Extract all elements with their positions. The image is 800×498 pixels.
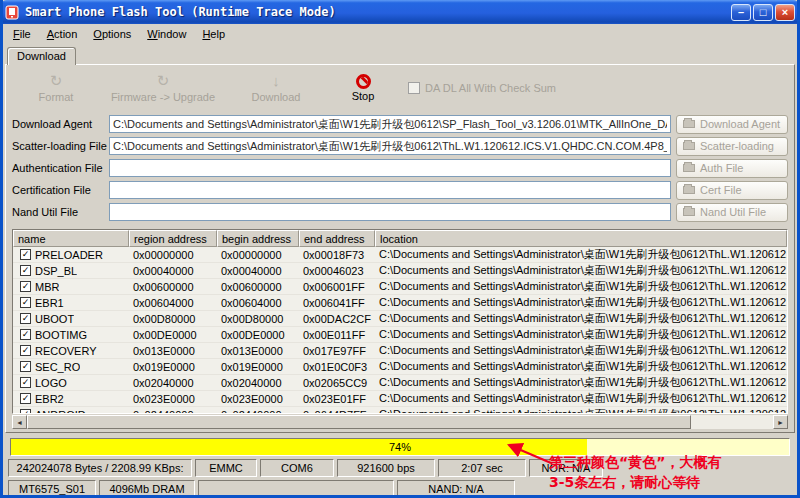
download-agent-label: Download Agent xyxy=(12,118,109,130)
download-tab-page: ↻ Format ↻ Firmware -> Upgrade ↓ Downloa… xyxy=(5,64,795,433)
table-row[interactable]: ✓LOGO0x020400000x020400000x02065CC9C:\Do… xyxy=(13,375,787,391)
cert-file-input[interactable] xyxy=(109,181,671,199)
status-storage: EMMC xyxy=(195,459,257,477)
minimize-button[interactable]: – xyxy=(731,4,751,21)
status-bytes: 242024078 Bytes / 2208.99 KBps: xyxy=(8,459,192,477)
partition-name: DSP_BL xyxy=(35,265,77,277)
location: C:\Documents and Settings\Administrator\… xyxy=(375,295,787,310)
column-header-location[interactable]: location xyxy=(375,230,787,247)
begin-address: 0x00604000 xyxy=(217,297,299,309)
table-row[interactable]: ✓MBR0x006000000x006000000x006001FFC:\Doc… xyxy=(13,279,787,295)
nand-util-file-row: Nand Util File Nand Util File xyxy=(12,201,788,223)
begin-address: 0x00040000 xyxy=(217,265,299,277)
folder-icon xyxy=(683,142,695,150)
scatter-file-browse-button[interactable]: Scatter-loading xyxy=(676,137,788,156)
row-checkbox[interactable]: ✓ xyxy=(20,345,31,356)
menu-item-window[interactable]: Window xyxy=(139,26,194,42)
row-checkbox[interactable]: ✓ xyxy=(20,249,31,260)
auth-file-label: Authentication File xyxy=(12,162,109,174)
titlebar: Smart Phone Flash Tool (Runtime Trace Mo… xyxy=(0,0,800,24)
row-checkbox[interactable]: ✓ xyxy=(20,297,31,308)
close-button[interactable]: × xyxy=(775,4,795,21)
scatter-file-label: Scatter-loading File xyxy=(12,140,109,152)
nand-util-file-input[interactable] xyxy=(109,203,671,221)
menu-item-file[interactable]: File xyxy=(5,26,39,42)
column-header-begin[interactable]: begin address xyxy=(217,230,299,247)
da-dl-checksum-checkbox[interactable] xyxy=(408,82,420,94)
location: C:\Documents and Settings\Administrator\… xyxy=(375,327,787,342)
row-checkbox[interactable]: ✓ xyxy=(20,361,31,372)
column-header-name[interactable]: name xyxy=(13,230,129,247)
menubar: FileActionOptionsWindowHelp xyxy=(3,24,797,44)
row-checkbox[interactable]: ✓ xyxy=(20,393,31,404)
end-address: 0x006041FF xyxy=(299,297,375,309)
partition-name: EBR1 xyxy=(35,297,64,309)
auth-file-input[interactable] xyxy=(109,159,671,177)
partition-table: name region address begin address end ad… xyxy=(12,229,788,414)
partition-name: UBOOT xyxy=(35,313,74,325)
region-address: 0x02440000 xyxy=(129,409,217,415)
download-button[interactable]: ↓ Download xyxy=(236,73,316,103)
scrollbar-track[interactable] xyxy=(27,415,773,429)
row-checkbox[interactable]: ✓ xyxy=(20,329,31,340)
location: C:\Documents and Settings\Administrator\… xyxy=(375,359,787,374)
table-row[interactable]: ✓SEC_RO0x019E00000x019E00000x01E0C0F3C:\… xyxy=(13,359,787,375)
stop-button[interactable]: Stop xyxy=(338,74,388,102)
begin-address: 0x02440000 xyxy=(217,409,299,415)
download-agent-browse-button[interactable]: Download Agent xyxy=(676,115,788,134)
app-window: Smart Phone Flash Tool (Runtime Trace Mo… xyxy=(0,0,800,498)
auth-file-browse-button[interactable]: Auth File xyxy=(676,159,788,178)
column-header-region[interactable]: region address xyxy=(129,230,217,247)
row-checkbox[interactable]: ✓ xyxy=(20,377,31,388)
cert-file-browse-button[interactable]: Cert File xyxy=(676,181,788,200)
nand-util-file-label: Nand Util File xyxy=(12,206,109,218)
end-address: 0x00E011FF xyxy=(299,329,375,341)
format-button[interactable]: ↻ Format xyxy=(16,73,96,103)
table-row[interactable]: ✓DSP_BL0x000400000x000400000x00046023C:\… xyxy=(13,263,787,279)
maximize-button[interactable]: □ xyxy=(753,4,773,21)
menu-item-options[interactable]: Options xyxy=(85,26,139,42)
row-checkbox[interactable]: ✓ xyxy=(20,313,31,324)
region-address: 0x00040000 xyxy=(129,265,217,277)
table-row[interactable]: ✓BOOTIMG0x00DE00000x00DE00000x00E011FFC:… xyxy=(13,327,787,343)
annotation-line2: 3-5条左右，请耐心等待 xyxy=(549,472,721,492)
app-icon xyxy=(5,5,20,20)
scroll-right-arrow-icon[interactable]: ► xyxy=(773,415,788,429)
nand-util-browse-button[interactable]: Nand Util File xyxy=(676,203,788,222)
download-agent-input[interactable] xyxy=(109,115,671,133)
location: C:\Documents and Settings\Administrator\… xyxy=(375,375,787,390)
row-checkbox[interactable]: ✓ xyxy=(20,409,31,414)
partition-name: EBR2 xyxy=(35,393,64,405)
partition-name: LOGO xyxy=(35,377,67,389)
partition-name: PRELOADER xyxy=(35,249,103,261)
horizontal-scrollbar[interactable]: ◄ ► xyxy=(12,415,788,429)
firmware-upgrade-button[interactable]: ↻ Firmware -> Upgrade xyxy=(108,73,218,103)
location: C:\Documents and Settings\Administrator\… xyxy=(375,279,787,294)
region-address: 0x019E0000 xyxy=(129,361,217,373)
begin-address: 0x02040000 xyxy=(217,377,299,389)
column-header-end[interactable]: end address xyxy=(299,230,375,247)
table-row[interactable]: ✓ANDROID0x024400000x024400000x0644D7FFC:… xyxy=(13,407,787,414)
end-address: 0x006001FF xyxy=(299,281,375,293)
row-checkbox[interactable]: ✓ xyxy=(20,265,31,276)
status-port: COM6 xyxy=(260,459,334,477)
scrollbar-thumb[interactable] xyxy=(27,415,691,429)
scroll-left-arrow-icon[interactable]: ◄ xyxy=(12,415,27,429)
table-row[interactable]: ✓PRELOADER0x000000000x000000000x00018F73… xyxy=(13,247,787,263)
partition-name: BOOTIMG xyxy=(35,329,87,341)
folder-icon xyxy=(683,164,695,172)
annotation-arrow-icon xyxy=(499,438,553,466)
tab-download[interactable]: Download xyxy=(7,47,76,65)
region-address: 0x00000000 xyxy=(129,249,217,261)
table-row[interactable]: ✓EBR10x006040000x006040000x006041FFC:\Do… xyxy=(13,295,787,311)
table-row[interactable]: ✓EBR20x023E00000x023E00000x023E01FFC:\Do… xyxy=(13,391,787,407)
begin-address: 0x00D80000 xyxy=(217,313,299,325)
row-checkbox[interactable]: ✓ xyxy=(20,281,31,292)
table-row[interactable]: ✓RECOVERY0x013E00000x013E00000x017E97FFC… xyxy=(13,343,787,359)
table-row[interactable]: ✓UBOOT0x00D800000x00D800000x00DAC2CFC:\D… xyxy=(13,311,787,327)
region-address: 0x013E0000 xyxy=(129,345,217,357)
menu-item-action[interactable]: Action xyxy=(39,26,86,42)
begin-address: 0x023E0000 xyxy=(217,393,299,405)
menu-item-help[interactable]: Help xyxy=(194,26,233,42)
scatter-file-input[interactable] xyxy=(109,137,671,155)
